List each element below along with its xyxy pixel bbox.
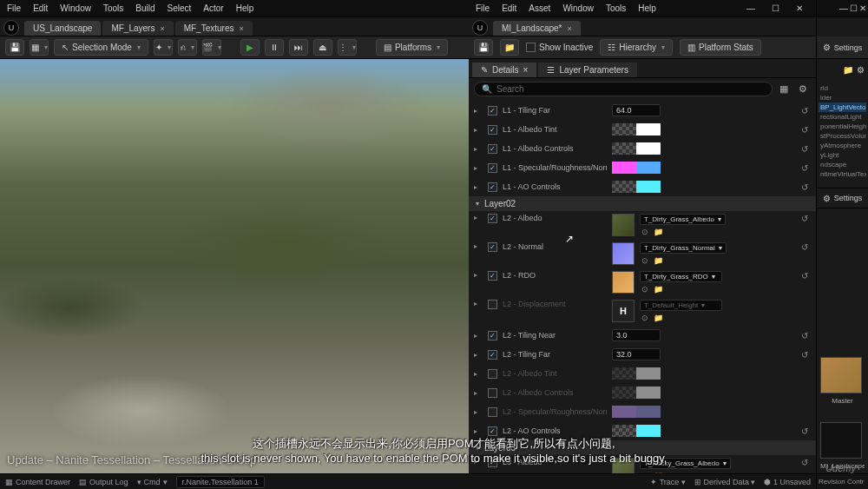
reset-button[interactable]: ↺ xyxy=(799,214,811,223)
prop-l2-rdo[interactable]: ▸ L2 - RDO T_Dirty_Grass_RDO ▾ ⊙📁 ↺ xyxy=(469,268,816,297)
level-viewport[interactable]: Update – Nanite Tessellation – Tessellat… xyxy=(0,59,469,473)
reset-button[interactable]: ↺ xyxy=(799,331,811,340)
revision-control-button[interactable]: Revision Contr xyxy=(819,478,864,486)
pause-button[interactable]: ⏸ xyxy=(265,39,284,56)
reset-button[interactable]: ↺ xyxy=(799,350,811,360)
value-input[interactable] xyxy=(612,104,661,116)
settings-gear-icon[interactable]: ⚙ xyxy=(795,81,811,96)
unreal-logo-icon[interactable]: U xyxy=(3,20,19,36)
prop-l2-albedo-tint[interactable]: ▸ L2 - Albedo Tint xyxy=(469,364,816,383)
content-drawer-button[interactable]: ▦ Content Drawer xyxy=(5,478,70,486)
browse-icon[interactable]: 📁 xyxy=(653,313,663,323)
details-settings-button[interactable]: ⚙ Settings xyxy=(817,188,868,208)
menu-help[interactable]: Help xyxy=(236,3,254,13)
launch-options-button[interactable]: ⋮ xyxy=(338,39,357,56)
selection-mode-button[interactable]: ↖ Selection Mode xyxy=(54,39,148,56)
value-input[interactable] xyxy=(612,329,661,341)
expand-icon[interactable]: ▸ xyxy=(474,107,483,115)
output-log-button[interactable]: ▤ Output Log xyxy=(79,478,128,486)
color-swatch[interactable] xyxy=(612,387,661,399)
texture-thumbnail[interactable] xyxy=(612,214,635,236)
show-inactive-toggle[interactable]: Show Inactive xyxy=(526,43,593,52)
override-checkbox[interactable] xyxy=(488,331,497,340)
unreal-logo-icon[interactable]: U xyxy=(472,20,488,36)
tab-layer-parameters[interactable]: ☰ Layer Parameters xyxy=(538,63,636,77)
collapse-icon[interactable]: ▾ xyxy=(476,200,479,208)
menu-build[interactable]: Build xyxy=(135,3,155,13)
use-selected-icon[interactable]: ⊙ xyxy=(640,313,650,323)
texture-thumbnail[interactable] xyxy=(612,271,635,294)
expand-icon[interactable]: ▸ xyxy=(474,214,483,221)
close-icon[interactable]: × xyxy=(239,24,243,33)
step-button[interactable]: ⏭ xyxy=(289,39,308,56)
settings-label[interactable]: Settings xyxy=(834,43,863,52)
expand-icon[interactable]: ▸ xyxy=(474,389,483,397)
expand-icon[interactable]: ▸ xyxy=(474,351,483,359)
prop-l2-albedo-controls[interactable]: ▸ L2 - Albedo Controls xyxy=(469,383,816,402)
expand-icon[interactable]: ▸ xyxy=(474,242,483,250)
unsaved-indicator[interactable]: ⬢ 1 Unsaved xyxy=(764,478,811,486)
browse-button[interactable]: 📁 xyxy=(500,39,519,56)
save-button[interactable]: 💾 xyxy=(5,39,24,56)
menu-actor[interactable]: Actor xyxy=(203,3,223,13)
reset-button[interactable]: ↺ xyxy=(799,182,811,192)
tab-us-landscape[interactable]: US_Landscape xyxy=(24,21,101,36)
close-icon[interactable]: × xyxy=(160,24,164,33)
override-checkbox[interactable] xyxy=(488,163,497,173)
color-swatch[interactable] xyxy=(612,162,661,174)
override-checkbox[interactable] xyxy=(488,242,497,252)
browse-icon[interactable]: 📁 xyxy=(653,227,663,237)
asset-dropdown[interactable]: T_Dirty_Grass_Normal ▾ xyxy=(640,242,727,254)
outliner-item[interactable]: ponentialHeightF xyxy=(819,122,866,131)
color-swatch[interactable] xyxy=(612,367,661,380)
expand-icon[interactable]: ▸ xyxy=(474,271,483,279)
close-button[interactable]: ✕ xyxy=(859,3,866,13)
reset-button[interactable]: ↺ xyxy=(799,271,811,281)
tab-mf-layers[interactable]: MF_Layers× xyxy=(102,21,173,36)
folder-icon[interactable]: 📁 xyxy=(843,65,853,75)
prop-l2-spec-rough-normal[interactable]: ▸ L2 - Specular/Roughness/Normal xyxy=(469,402,816,421)
minimize-button[interactable]: — xyxy=(741,2,760,16)
search-input[interactable]: 🔍 Search xyxy=(474,82,773,96)
platform-stats-button[interactable]: ▥ Platform Stats xyxy=(680,39,761,56)
details-body[interactable]: ▸ L1 - Tiling Far ↺ ▸ L1 - Albedo Tint ↺… xyxy=(469,99,816,473)
menu-edit[interactable]: Edit xyxy=(502,3,516,13)
tab-mi-landscape[interactable]: MI_Landscape*× xyxy=(493,21,581,36)
cinematics-button[interactable]: 🎬 xyxy=(202,39,221,56)
add-content-button[interactable]: ✦ xyxy=(154,39,173,56)
trace-button[interactable]: ✦ Trace ▾ xyxy=(650,478,686,486)
filter-button[interactable]: ▦ xyxy=(776,81,792,96)
menu-file[interactable]: File xyxy=(476,3,490,13)
outliner-item-selected[interactable]: BP_LightVector xyxy=(819,102,866,112)
prop-l1-albedo-controls[interactable]: ▸ L1 - Albedo Controls ↺ xyxy=(469,139,816,158)
tab-details[interactable]: ✎ Details × xyxy=(472,63,536,77)
override-checkbox[interactable] xyxy=(488,350,497,360)
expand-icon[interactable]: ▸ xyxy=(474,332,483,340)
expand-icon[interactable]: ▸ xyxy=(474,370,483,378)
use-selected-icon[interactable]: ⊙ xyxy=(640,255,650,266)
prop-l1-tiling-far[interactable]: ▸ L1 - Tiling Far ↺ xyxy=(469,101,816,120)
override-checkbox[interactable] xyxy=(488,125,497,135)
expand-icon[interactable]: ▸ xyxy=(474,408,483,416)
prop-l2-tiling-far[interactable]: ▸ L2 - Tiling Far ↺ xyxy=(469,345,816,364)
override-checkbox[interactable] xyxy=(488,300,497,309)
stop-button[interactable]: ⏏ xyxy=(313,39,332,56)
menu-asset[interactable]: Asset xyxy=(529,3,550,13)
reset-button[interactable]: ↺ xyxy=(799,144,811,154)
outliner-item[interactable]: ndscape xyxy=(819,160,866,169)
tab-mf-textures[interactable]: MF_Textures× xyxy=(175,21,253,36)
prop-l2-albedo[interactable]: ▸ L2 - Albedo T_Dirty_Grass_Albedo ▾ ⊙📁 … xyxy=(469,211,816,240)
reset-button[interactable]: ↺ xyxy=(799,163,811,173)
color-swatch[interactable] xyxy=(612,142,661,155)
expand-icon[interactable]: ▸ xyxy=(474,145,483,153)
texture-thumbnail[interactable]: H xyxy=(612,300,635,322)
section-layer02[interactable]: ▾Layer02 xyxy=(469,196,816,211)
close-icon[interactable]: × xyxy=(568,24,572,33)
asset-dropdown[interactable]: T_Dirty_Grass_Albedo ▾ xyxy=(640,214,726,225)
outliner-item[interactable]: yAtmosphere xyxy=(819,141,866,150)
prop-l1-albedo-tint[interactable]: ▸ L1 - Albedo Tint ↺ xyxy=(469,120,816,139)
menu-window[interactable]: Window xyxy=(60,3,91,13)
override-checkbox[interactable] xyxy=(488,106,497,116)
reset-button[interactable]: ↺ xyxy=(799,125,811,135)
reset-button[interactable]: ↺ xyxy=(799,242,811,252)
